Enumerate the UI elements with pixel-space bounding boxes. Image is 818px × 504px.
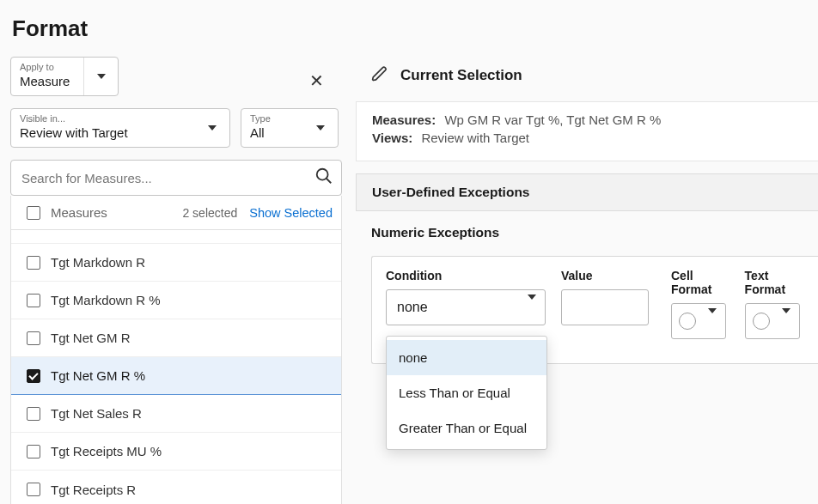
measure-name: Tgt Net Sales R xyxy=(51,406,142,421)
list-item[interactable]: Tgt Net Sales R xyxy=(11,395,341,433)
cell-format-select[interactable] xyxy=(671,303,726,339)
close-icon[interactable]: ✕ xyxy=(308,70,325,91)
text-format-select[interactable] xyxy=(745,303,800,339)
checkbox[interactable] xyxy=(27,445,40,458)
selection-card: Measures: Wp GM R var Tgt %, Tgt Net GM … xyxy=(356,101,818,161)
search-input[interactable] xyxy=(10,160,342,196)
chevron-down-icon[interactable] xyxy=(83,58,118,95)
show-selected-link[interactable]: Show Selected xyxy=(249,206,333,220)
visible-in-value: Review with Target xyxy=(20,125,221,141)
dropdown-option-gte[interactable]: Greater Than or Equal xyxy=(387,410,546,446)
list-item[interactable]: Tgt Markdown R % xyxy=(11,282,341,319)
visible-in-label: Visible in... xyxy=(20,114,221,124)
swatch-icon xyxy=(753,313,770,330)
value-label: Value xyxy=(561,269,649,282)
checkbox[interactable] xyxy=(27,369,40,383)
condition-selected: none xyxy=(397,300,428,315)
page-title: Format xyxy=(12,15,818,42)
chevron-down-icon xyxy=(782,313,791,329)
dropdown-option-lte[interactable]: Less Than or Equal xyxy=(387,375,546,410)
condition-dropdown[interactable]: none Less Than or Equal Greater Than or … xyxy=(386,336,547,450)
type-select[interactable]: Type All xyxy=(241,108,339,148)
select-all-checkbox[interactable] xyxy=(27,206,40,220)
pencil-icon[interactable] xyxy=(371,65,388,86)
checkbox[interactable] xyxy=(27,331,40,345)
list-item[interactable]: Tgt Net GM R % xyxy=(11,357,341,395)
dropdown-option-none[interactable]: none xyxy=(387,340,546,375)
measure-name: Tgt Net GM R % xyxy=(51,368,145,383)
list-item[interactable]: Tgt Markdown R xyxy=(11,244,341,282)
measure-name: Tgt Net GM R xyxy=(51,331,131,345)
measure-name: Tgt Receipts MU % xyxy=(51,444,162,458)
left-panel: Apply to Measure ✕ Visible in... Review … xyxy=(10,57,342,504)
checkbox[interactable] xyxy=(27,294,40,307)
measure-name: Tgt Markdown R % xyxy=(51,293,161,307)
condition-select[interactable]: none xyxy=(386,289,546,325)
exception-card: Condition none Value Cell Format Text Fo… xyxy=(371,256,818,364)
chevron-down-icon xyxy=(708,313,717,329)
chevron-down-icon[interactable] xyxy=(195,109,229,147)
list-item[interactable]: Tgt Receipts R xyxy=(11,471,341,504)
checkbox[interactable] xyxy=(27,256,40,270)
value-input[interactable] xyxy=(561,289,649,325)
svg-point-0 xyxy=(317,169,328,180)
current-selection-title: Current Selection xyxy=(400,67,522,84)
selected-count: 2 selected xyxy=(182,206,237,220)
search-icon[interactable] xyxy=(314,167,333,189)
measures-label: Measures: xyxy=(372,112,436,127)
checkbox[interactable] xyxy=(27,483,40,496)
list-item[interactable]: Tgt Receipts MU % xyxy=(11,433,341,471)
swatch-icon xyxy=(679,313,696,330)
user-defined-exceptions-header: User-Defined Exceptions xyxy=(356,173,818,211)
checkbox[interactable] xyxy=(27,407,40,421)
list-item[interactable]: Tgt Net GM R xyxy=(11,319,341,357)
list-item xyxy=(11,230,341,244)
cell-format-label: Cell Format xyxy=(671,269,729,296)
chevron-down-icon[interactable] xyxy=(303,109,338,147)
right-panel: Current Selection Measures: Wp GM R var … xyxy=(356,57,818,364)
svg-line-1 xyxy=(327,179,332,184)
views-value: Review with Target xyxy=(421,131,529,145)
apply-to-select[interactable]: Apply to Measure xyxy=(10,57,119,96)
numeric-exceptions-label: Numeric Exceptions xyxy=(356,211,818,240)
text-format-label: Text Format xyxy=(745,269,804,296)
chevron-down-icon xyxy=(528,300,536,315)
measure-name: Tgt Receipts R xyxy=(51,483,136,497)
measure-list: Tgt Markdown R Tgt Markdown R % Tgt Net … xyxy=(10,230,342,504)
visible-in-select[interactable]: Visible in... Review with Target xyxy=(10,108,230,148)
views-label: Views: xyxy=(372,131,412,145)
condition-label: Condition xyxy=(386,269,546,282)
measure-name: Tgt Markdown R xyxy=(51,255,145,270)
measures-value: Wp GM R var Tgt %, Tgt Net GM R % xyxy=(444,112,661,127)
measures-header-label: Measures xyxy=(51,205,107,220)
measures-header: Measures 2 selected Show Selected xyxy=(10,196,342,230)
